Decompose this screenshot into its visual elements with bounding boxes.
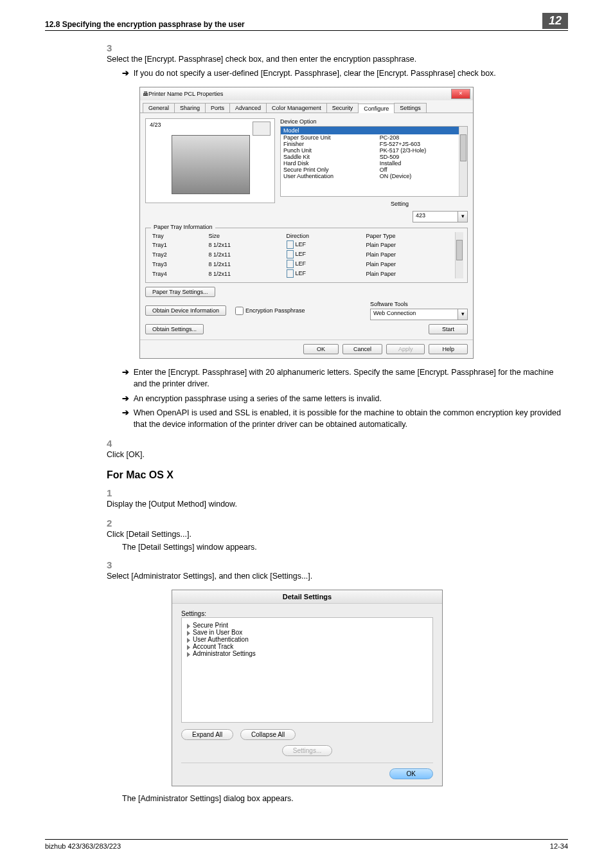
setting-combo[interactable]: 423 ▾	[413, 211, 468, 222]
bullet-text: Enter the [Encrypt. Passphrase] with 20 …	[134, 366, 568, 390]
disclosure-triangle-icon[interactable]	[187, 624, 190, 629]
web-connection-value: Web Connection	[371, 309, 467, 317]
collapse-all-button[interactable]: Collapse All	[240, 729, 296, 740]
step-number: 2	[107, 518, 121, 529]
disclosure-triangle-icon[interactable]	[187, 631, 190, 636]
table-row[interactable]: Tray18 1/2x11LEFPlain Paper	[150, 240, 463, 249]
encryption-passphrase-checkbox[interactable]: Encryption Passphrase	[235, 307, 305, 315]
list-item[interactable]: Account Track	[187, 643, 427, 650]
tab-advanced[interactable]: Advanced	[229, 103, 267, 113]
th-tray: Tray	[150, 232, 206, 240]
close-icon[interactable]: ×	[451, 89, 470, 99]
preview-counter: 4/23	[150, 122, 161, 128]
step-text: Display the [Output Method] window.	[107, 498, 556, 510]
disclosure-triangle-icon[interactable]	[187, 652, 190, 657]
list-item[interactable]: Hard DiskInstalled	[281, 160, 467, 167]
arrow-icon: ➔	[122, 366, 134, 390]
list-item[interactable]: User AuthenticationON (Device)	[281, 173, 467, 179]
th-direction: Direction	[284, 232, 364, 240]
step-result-text: The [Administrator Settings] dialog box …	[122, 794, 568, 803]
tab-ports[interactable]: Ports	[205, 103, 230, 113]
chevron-down-icon[interactable]: ▾	[458, 309, 467, 320]
detail-settings-dialog: Detail Settings Settings: Secure Print S…	[172, 590, 443, 786]
printer-image	[172, 135, 250, 194]
tray-table: Tray Size Direction Paper Type Tray18 1/…	[150, 232, 463, 278]
footer-product: bizhub 423/363/283/223	[45, 842, 121, 850]
software-tools-label: Software Tools	[370, 301, 468, 307]
setting-label: Setting	[280, 201, 409, 207]
orientation-icon	[287, 240, 294, 249]
tab-sharing[interactable]: Sharing	[174, 103, 206, 113]
step-number: 3	[107, 559, 121, 570]
encryption-passphrase-check[interactable]	[235, 307, 244, 315]
orientation-icon	[287, 250, 294, 258]
disclosure-triangle-icon[interactable]	[187, 638, 190, 643]
chevron-down-icon[interactable]: ▾	[458, 212, 467, 222]
cancel-button[interactable]: Cancel	[342, 344, 382, 354]
arrow-icon: ➔	[122, 407, 134, 430]
footer-page-number: 12-34	[550, 842, 568, 850]
printer-preview: 4/23	[145, 118, 275, 203]
scrollbar[interactable]	[459, 127, 467, 196]
list-item[interactable]: Punch UnitPK-517 (2/3-Hole)	[281, 147, 467, 154]
ok-button[interactable]: OK	[389, 768, 433, 779]
help-button[interactable]: Help	[429, 344, 468, 354]
list-item[interactable]: User Authentication	[187, 636, 427, 643]
settings-button[interactable]: Settings...	[282, 745, 332, 756]
step-text: Select [Administrator Settings], and the…	[107, 570, 556, 582]
disclosure-triangle-icon[interactable]	[187, 645, 190, 650]
th-paper-type: Paper Type	[364, 232, 463, 240]
page-section-title: 12.8 Specifying the encryption passphras…	[45, 20, 245, 29]
tab-color-management[interactable]: Color Management	[266, 103, 327, 113]
table-row[interactable]: Tray48 1/2x11LEFPlain Paper	[150, 269, 463, 278]
software-tools-combo[interactable]: Web Connection ▾	[370, 309, 468, 320]
tab-configure[interactable]: Configure	[358, 104, 395, 113]
start-button[interactable]: Start	[429, 324, 468, 334]
settings-list[interactable]: Secure Print Save in User Box User Authe…	[181, 617, 433, 723]
list-item[interactable]: Secure Print	[187, 622, 427, 629]
obtain-device-info-button[interactable]: Obtain Device Information	[145, 305, 226, 316]
step-text: Select the [Encrypt. Passphrase] check b…	[107, 53, 556, 65]
th-size: Size	[206, 232, 283, 240]
table-row[interactable]: Tray38 1/2x11LEFPlain Paper	[150, 259, 463, 269]
paper-icon	[253, 122, 271, 136]
expand-all-button[interactable]: Expand All	[181, 729, 233, 740]
step-result-text: The [Detail Settings] window appears.	[122, 543, 568, 552]
tab-bar: General Sharing Ports Advanced Color Man…	[140, 100, 473, 113]
step-text: Click [Detail Settings...].	[107, 529, 556, 540]
ok-button[interactable]: OK	[303, 344, 339, 354]
orientation-icon	[287, 260, 294, 268]
list-item[interactable]: Administrator Settings	[187, 650, 427, 657]
list-item[interactable]: Saddle KitSD-509	[281, 154, 467, 160]
device-option-list[interactable]: Model Paper Source UnitPC-208 FinisherFS…	[280, 126, 468, 197]
step-number: 4	[107, 438, 121, 449]
arrow-icon: ➔	[122, 393, 134, 404]
settings-label: Settings:	[181, 610, 433, 617]
list-item[interactable]: FinisherFS-527+JS-603	[281, 141, 467, 147]
list-item[interactable]: Paper Source UnitPC-208	[281, 134, 467, 141]
tab-settings[interactable]: Settings	[394, 103, 427, 113]
orientation-icon	[287, 269, 294, 278]
device-option-label: Device Option	[280, 118, 468, 125]
obtain-settings-button[interactable]: Obtain Settings...	[145, 324, 204, 334]
paper-tray-settings-button[interactable]: Paper Tray Settings...	[145, 287, 215, 297]
table-row[interactable]: Tray28 1/2x11LEFPlain Paper	[150, 249, 463, 259]
model-row-selected[interactable]: Model	[281, 127, 467, 134]
step-text: Click [OK].	[107, 449, 556, 460]
step-sub-text: If you do not specify a user-defined [En…	[134, 68, 568, 79]
tab-security[interactable]: Security	[326, 103, 359, 113]
printer-icon: 🖶	[143, 91, 148, 97]
arrow-icon: ➔	[122, 68, 134, 79]
paper-tray-info-label: Paper Tray Information	[151, 224, 215, 230]
section-heading: For Mac OS X	[107, 469, 568, 481]
dialog-title: Printer Name PCL Properties	[148, 91, 450, 97]
scrollbar[interactable]	[455, 232, 463, 278]
bullet-text: An encryption passphrase using a series …	[134, 393, 568, 404]
tab-general[interactable]: General	[143, 103, 175, 113]
step-number: 3	[107, 42, 121, 53]
list-item[interactable]: Save in User Box	[187, 629, 427, 636]
chapter-number: 12	[542, 13, 568, 29]
list-item[interactable]: Secure Print OnlyOff	[281, 167, 467, 173]
encryption-passphrase-label: Encryption Passphrase	[245, 307, 305, 314]
apply-button[interactable]: Apply	[386, 344, 425, 354]
